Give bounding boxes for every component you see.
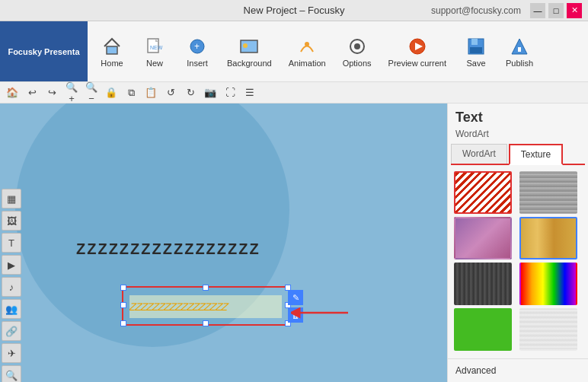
animation-label: Animation — [289, 59, 326, 68]
svg-text:+: + — [194, 41, 200, 52]
svg-point-9 — [354, 43, 360, 49]
paste-btn[interactable]: 📋 — [142, 84, 160, 101]
panel-advanced[interactable]: Advanced — [448, 358, 588, 382]
right-panel: Text WordArt WordArt Texture Advanced — [447, 103, 588, 382]
panel-tabs: WordArt Texture — [451, 144, 585, 165]
texture-red-stripe[interactable] — [454, 171, 512, 214]
settings-btn[interactable]: ☰ — [241, 84, 259, 101]
svg-point-7 — [305, 42, 309, 46]
tab-texture[interactable]: Texture — [509, 144, 563, 165]
toolbar-preview[interactable]: Preview current — [380, 21, 455, 81]
texture-rainbow[interactable] — [519, 263, 577, 305]
maximize-button[interactable]: □ — [548, 3, 564, 18]
toolbar-home[interactable]: Home — [91, 21, 133, 81]
new-label: New — [146, 59, 163, 68]
handle-left-mid[interactable] — [120, 302, 126, 308]
home-label: Home — [101, 59, 123, 68]
options-label: Options — [343, 59, 372, 68]
new-icon: NEW — [144, 36, 165, 57]
zoom-out-btn[interactable]: 🔍− — [82, 84, 101, 101]
arrow-indicator — [291, 301, 352, 324]
svg-rect-14 — [470, 47, 482, 53]
undo2-btn[interactable]: ↺ — [161, 84, 180, 101]
svg-rect-13 — [471, 39, 478, 45]
slide-btn[interactable]: ▦ — [2, 189, 21, 209]
subbar: 🏠 ↩ ↪ 🔍+ 🔍− 🔒 ⧉ 📋 ↺ ↻ 📷 ⛶ ☰ — [0, 82, 588, 103]
plane-btn[interactable]: ✈ — [2, 343, 21, 363]
selected-text-inner: ZZZZZZZZZZZZZZZZZ — [129, 295, 282, 318]
home-subbar-btn[interactable]: 🏠 — [3, 84, 21, 101]
texture-green[interactable] — [454, 308, 512, 351]
toolbar-animation[interactable]: Animation — [280, 21, 334, 81]
text-btn[interactable]: T — [2, 233, 21, 253]
texture-purple[interactable] — [454, 217, 512, 259]
image-sidebar-btn[interactable]: 🖼 — [2, 211, 21, 231]
main-text-display: ZZZZZZZZZZZZZZZZZ — [76, 240, 260, 258]
main-area: ZZZZZZZZZZZZZZZZZ ZZZZZZZZZZZZZZZZZ ✎ 🗑 — [0, 103, 588, 382]
save-icon — [465, 36, 487, 57]
toolbar-items: Home NEW New + Insert Background Animati… — [88, 21, 588, 81]
minimize-button[interactable]: — — [530, 3, 545, 18]
toolbar-publish[interactable]: Publish — [497, 21, 542, 81]
texture-gray-noise[interactable] — [519, 171, 577, 214]
svg-point-6 — [243, 43, 248, 48]
svg-text:NEW: NEW — [150, 45, 163, 50]
toolbar-save[interactable]: Save — [455, 21, 497, 81]
toolbar-insert[interactable]: + Insert — [176, 21, 219, 81]
preview-label: Preview current — [388, 59, 446, 68]
close-button[interactable]: ✕ — [567, 3, 582, 18]
toolbar: Focusky Presenta Home NEW New + Insert B… — [0, 21, 588, 82]
redo2-btn[interactable]: ↻ — [181, 84, 200, 101]
insert-label: Insert — [187, 59, 208, 68]
canvas-area[interactable]: ZZZZZZZZZZZZZZZZZ ZZZZZZZZZZZZZZZZZ ✎ 🗑 — [0, 103, 447, 382]
undo-btn[interactable]: ↩ — [23, 84, 41, 101]
toolbar-new[interactable]: NEW New — [133, 21, 176, 81]
search-sidebar-btn[interactable]: 🔍 — [2, 365, 21, 382]
publish-label: Publish — [506, 59, 533, 68]
left-sidebar: ▦ 🖼 T ▶ ♪ 👥 🔗 ✈ 🔍 ⬡ — [0, 186, 23, 382]
texture-wood[interactable] — [519, 217, 577, 259]
toolbar-options[interactable]: Options — [334, 21, 380, 81]
brand-label: Focusky Presenta — [0, 21, 88, 81]
camera-btn[interactable]: 📷 — [201, 84, 219, 101]
handle-top-mid[interactable] — [203, 285, 209, 291]
svg-rect-16 — [518, 47, 521, 52]
svg-rect-0 — [107, 46, 117, 54]
texture-grid — [448, 165, 588, 357]
lock-btn[interactable]: 🔒 — [102, 84, 120, 101]
redo-btn[interactable]: ↪ — [43, 84, 61, 101]
title-bar: New Project – Focusky support@focusky.co… — [0, 0, 588, 21]
handle-bottom-left[interactable] — [120, 320, 126, 326]
animation-icon — [296, 36, 318, 57]
texture-dark-gray[interactable] — [454, 263, 512, 305]
publish-icon — [509, 36, 530, 57]
panel-sub: WordArt — [448, 129, 588, 144]
background-icon — [238, 36, 260, 57]
options-icon — [347, 36, 368, 57]
zoom-in-btn[interactable]: 🔍+ — [62, 84, 81, 101]
insert-icon: + — [187, 36, 208, 57]
copy-btn[interactable]: ⧉ — [122, 84, 140, 101]
frame-btn[interactable]: ⛶ — [221, 84, 239, 101]
panel-header: Text — [448, 103, 588, 129]
handle-bottom-mid[interactable] — [203, 320, 209, 326]
group-btn[interactable]: 👥 — [2, 299, 21, 319]
preview-icon — [407, 36, 428, 57]
handle-top-left[interactable] — [120, 285, 126, 291]
home-icon — [101, 36, 123, 57]
tab-wordart[interactable]: WordArt — [451, 144, 507, 164]
window-title: New Project – Focusky — [244, 5, 345, 16]
texture-white-leather[interactable] — [519, 308, 577, 351]
email-label: support@focusky.com — [431, 5, 521, 16]
background-label: Background — [227, 59, 272, 68]
link-btn[interactable]: 🔗 — [2, 321, 21, 341]
save-label: Save — [466, 59, 485, 68]
play-btn[interactable]: ▶ — [2, 255, 21, 275]
toolbar-background[interactable]: Background — [219, 21, 280, 81]
music-btn[interactable]: ♪ — [2, 277, 21, 297]
wordart-text: ZZZZZZZZZZZZZZZZZ — [129, 301, 228, 313]
